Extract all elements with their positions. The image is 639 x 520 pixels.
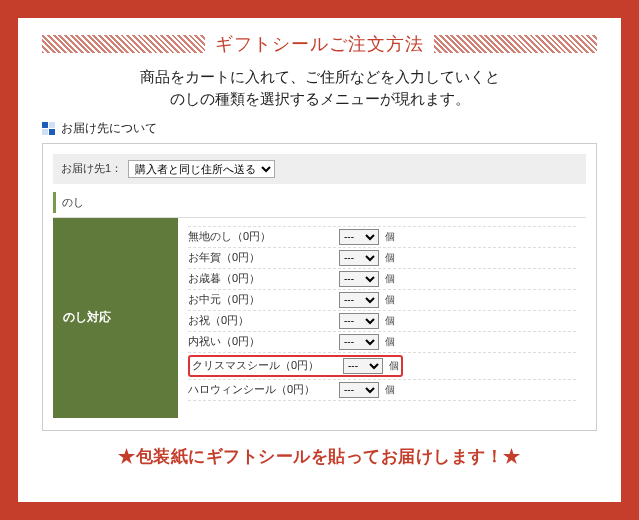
intro-line2: のしの種類を選択するメニューが現れます。 <box>170 90 470 107</box>
highlighted-option: クリスマスシール（0円）---個 <box>188 355 403 377</box>
option-label: お歳暮（0円） <box>188 271 333 286</box>
unit-label: 個 <box>385 335 395 349</box>
option-label: お中元（0円） <box>188 292 333 307</box>
noshi-option-row: ハロウィンシール（0円）---個 <box>188 380 576 401</box>
main-panel: ギフトシールご注文方法 商品をカートに入れて、ご住所などを入力していくと のしの… <box>18 18 621 502</box>
unit-label: 個 <box>385 383 395 397</box>
quantity-select[interactable]: --- <box>339 292 379 308</box>
noshi-options-list: 無地のし（0円）---個お年賀（0円）---個お歳暮（0円）---個お中元（0円… <box>178 218 586 418</box>
unit-label: 個 <box>389 359 399 373</box>
delivery-section-header: お届け先について <box>42 120 597 137</box>
option-label: お祝（0円） <box>188 313 333 328</box>
noshi-body: のし対応 無地のし（0円）---個お年賀（0円）---個お歳暮（0円）---個お… <box>53 217 586 418</box>
unit-label: 個 <box>385 272 395 286</box>
noshi-option-row: お祝（0円）---個 <box>188 311 576 332</box>
section-header-text: お届け先について <box>61 120 157 137</box>
noshi-option-row: 無地のし（0円）---個 <box>188 226 576 248</box>
quantity-select[interactable]: --- <box>339 334 379 350</box>
noshi-option-row: お中元（0円）---個 <box>188 290 576 311</box>
noshi-option-row: 内祝い（0円）---個 <box>188 332 576 353</box>
squares-icon <box>42 122 55 135</box>
option-label: 内祝い（0円） <box>188 334 333 349</box>
noshi-side-label: のし対応 <box>53 218 178 418</box>
noshi-header: のし <box>53 192 586 213</box>
option-label: お年賀（0円） <box>188 250 333 265</box>
noshi-option-row: お年賀（0円）---個 <box>188 248 576 269</box>
hatch-right <box>434 35 597 53</box>
option-label: 無地のし（0円） <box>188 229 333 244</box>
option-label: クリスマスシール（0円） <box>192 358 337 373</box>
noshi-option-row: クリスマスシール（0円）---個 <box>188 353 576 380</box>
quantity-select[interactable]: --- <box>339 382 379 398</box>
quantity-select[interactable]: --- <box>339 229 379 245</box>
address-bar: お届け先1： 購入者と同じ住所へ送る <box>53 154 586 184</box>
unit-label: 個 <box>385 293 395 307</box>
quantity-select[interactable]: --- <box>339 271 379 287</box>
option-label: ハロウィンシール（0円） <box>188 382 333 397</box>
footer-note: ★包装紙にギフトシールを貼ってお届けします！★ <box>42 445 597 468</box>
address-label: お届け先1： <box>61 161 122 176</box>
title-row: ギフトシールご注文方法 <box>42 32 597 56</box>
unit-label: 個 <box>385 230 395 244</box>
hatch-left <box>42 35 205 53</box>
quantity-select[interactable]: --- <box>339 313 379 329</box>
form-box: お届け先1： 購入者と同じ住所へ送る のし のし対応 無地のし（0円）---個お… <box>42 143 597 431</box>
address-select[interactable]: 購入者と同じ住所へ送る <box>128 160 275 178</box>
intro-line1: 商品をカートに入れて、ご住所などを入力していくと <box>140 68 500 85</box>
noshi-option-row: お歳暮（0円）---個 <box>188 269 576 290</box>
quantity-select[interactable]: --- <box>339 250 379 266</box>
unit-label: 個 <box>385 314 395 328</box>
intro-text: 商品をカートに入れて、ご住所などを入力していくと のしの種類を選択するメニューが… <box>42 66 597 110</box>
unit-label: 個 <box>385 251 395 265</box>
quantity-select[interactable]: --- <box>343 358 383 374</box>
page-title: ギフトシールご注文方法 <box>211 32 428 56</box>
